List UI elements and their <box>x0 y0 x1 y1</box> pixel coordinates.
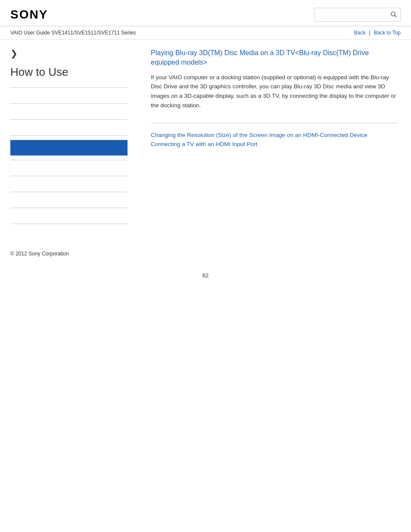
search-box[interactable] <box>314 8 401 22</box>
back-to-top-link[interactable]: Back to Top <box>374 30 401 36</box>
sidebar: ❯ How to Use <box>0 40 138 237</box>
sony-logo: SONY <box>10 8 48 22</box>
svg-point-0 <box>391 12 395 16</box>
sidebar-divider-5 <box>10 160 128 160</box>
sidebar-divider-2 <box>10 103 128 104</box>
sidebar-item-2[interactable] <box>10 108 128 115</box>
guide-title: VAIO User Guide SVE1411/SVE1511/SVE1711 … <box>10 30 136 36</box>
content-main-link[interactable]: Playing Blu-ray 3D(TM) Disc Media on a 3… <box>151 48 398 68</box>
search-icon <box>390 11 398 19</box>
back-link[interactable]: Back <box>354 30 366 36</box>
breadcrumb-bar: VAIO User Guide SVE1411/SVE1511/SVE1711 … <box>0 26 411 40</box>
sidebar-item-selected[interactable] <box>10 140 128 156</box>
page-number: 62 <box>0 264 411 283</box>
footer: © 2012 Sony Corporation <box>0 237 411 264</box>
sidebar-divider-9 <box>10 224 128 224</box>
sidebar-item-5[interactable] <box>10 180 128 187</box>
sidebar-item-3[interactable] <box>10 124 128 131</box>
sidebar-divider-8 <box>10 208 128 208</box>
content-area: Playing Blu-ray 3D(TM) Disc Media on a 3… <box>138 40 411 237</box>
nav-separator: | <box>369 30 370 36</box>
sidebar-item-7[interactable] <box>10 212 128 219</box>
related-link-1[interactable]: Changing the Resolution (Size) of the Sc… <box>151 132 398 138</box>
page-header: SONY <box>0 0 411 26</box>
main-content: ❯ How to Use Playing Blu-ray 3D(TM) Disc… <box>0 40 411 237</box>
sidebar-title: How to Use <box>10 65 128 79</box>
sidebar-item-1[interactable] <box>10 92 128 99</box>
sidebar-item-6[interactable] <box>10 196 128 203</box>
copyright: © 2012 Sony Corporation <box>10 251 69 257</box>
expand-arrow[interactable]: ❯ <box>10 48 128 59</box>
sidebar-divider-6 <box>10 176 128 176</box>
sidebar-divider-1 <box>10 87 128 88</box>
sidebar-divider-4 <box>10 135 128 136</box>
content-divider <box>151 123 398 123</box>
content-body: If your VAIO computer or a docking stati… <box>151 73 398 110</box>
svg-line-1 <box>395 16 396 17</box>
sidebar-item-4[interactable] <box>10 165 128 171</box>
sidebar-divider-7 <box>10 192 128 192</box>
related-link-2[interactable]: Connecting a TV with an HDMI Input Port <box>151 141 398 147</box>
sidebar-divider-3 <box>10 119 128 120</box>
nav-links: Back | Back to Top <box>354 30 401 36</box>
